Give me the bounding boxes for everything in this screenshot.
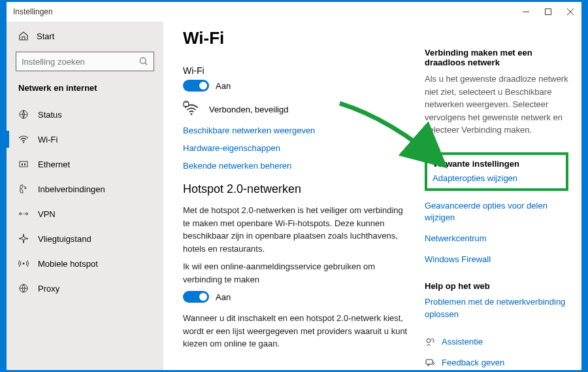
sidebar-item-status[interactable]: Status [7,102,163,127]
vpn-icon [18,209,29,219]
nav-list: Status Wi-Fi Ethernet Inbelverbindingen … [7,102,163,301]
feedback-row[interactable]: Feedback geven [425,357,568,369]
hotspot-description: Met de hotspot 2.0-netwerken is het veil… [183,204,412,255]
link-adapter-options[interactable]: Adapteropties wijzigen [433,173,561,184]
link-firewall[interactable]: Windows Firewall [425,254,568,265]
assist-label: Assistentie [442,336,483,348]
hotspot-heading: Hotspot 2.0-netwerken [183,182,412,196]
main-panel: Wi-Fi Wi-Fi Aan Verbonden, beveiligd Bes… [163,22,581,370]
sidebar-item-label: Vliegtuigstand [38,234,91,244]
wifi-connection-row: Verbonden, beveiligd [183,101,412,118]
assist-row[interactable]: Assistentie [425,336,568,348]
hotspot-toggle[interactable] [183,291,209,303]
sidebar-item-ethernet[interactable]: Ethernet [7,152,163,177]
svg-point-8 [23,142,24,143]
hotspot-toggle-state: Aan [216,292,231,302]
aside-panel: Verbinding maken met een draadloos netwe… [425,28,568,370]
sidebar-item-vpn[interactable]: VPN [7,201,163,226]
wifi-connection-status: Verbonden, beveiligd [209,105,288,114]
aside-help-title: Help op het web [425,281,568,291]
close-button[interactable] [566,7,575,16]
search-input[interactable] [22,57,139,67]
search-icon [139,57,148,66]
wifi-section-label: Wi-Fi [183,65,412,76]
link-sharing-options[interactable]: Geavanceerde opties voor delen wijzigen [425,200,568,224]
dialup-icon [18,184,29,194]
maximize-button[interactable] [544,7,553,16]
sidebar-item-label: Wi-Fi [38,135,57,144]
hotspot-icon [18,258,29,269]
highlight-box: Verwante instellingen Adapteropties wijz… [425,152,568,191]
svg-point-4 [140,58,146,63]
wifi-lock-icon [183,101,200,118]
svg-rect-1 [546,9,551,15]
svg-rect-19 [184,102,189,107]
svg-point-18 [191,113,193,115]
sidebar-item-hotspot[interactable]: Mobiele hotspot [7,251,163,276]
assist-icon [425,337,435,347]
hotspot-optin-text: Ik wil een online-aanmeldingsservice geb… [183,260,412,286]
hotspot-note: Wanneer u dit inschakelt en een hotspot … [183,312,412,350]
sidebar-home[interactable]: Start [7,24,163,48]
feedback-icon [425,358,435,368]
titlebar-title: Instellingen [13,7,521,16]
link-network-center[interactable]: Netwerkcentrum [425,233,568,245]
search-box[interactable] [16,52,154,71]
titlebar: Instellingen [7,2,581,22]
svg-rect-9 [20,161,27,167]
ethernet-icon [18,159,29,169]
svg-point-13 [26,213,28,215]
link-hardware[interactable]: Hardware-eigenschappen [183,143,412,153]
airplane-icon [18,233,29,244]
sidebar-item-proxy[interactable]: Proxy [7,276,163,301]
proxy-icon [18,283,29,294]
wifi-toggle[interactable] [183,80,209,92]
aside-connect-title: Verbinding maken met een draadloos netwe… [425,48,568,67]
sidebar: Start Netwerk en internet Status Wi-Fi E [7,22,163,370]
svg-rect-21 [426,360,433,364]
aside-related-title: Verwante instellingen [433,159,561,169]
nav-header: Netwerk en internet [7,78,163,102]
aside-connect-desc: Als u het gewenste draadloze netwerk nie… [425,73,568,137]
sidebar-item-label: Status [38,110,62,120]
sidebar-home-label: Start [37,31,54,41]
link-known-networks[interactable]: Bekende netwerken beheren [183,161,412,171]
settings-window: Instellingen Start Netwerk en internet S… [7,2,581,370]
wifi-toggle-state: Aan [216,81,231,91]
sidebar-item-dialup[interactable]: Inbelverbindingen [7,177,163,201]
home-icon [18,31,29,41]
feedback-label: Feedback geven [442,357,504,369]
svg-rect-10 [22,163,23,165]
wifi-icon [18,134,29,144]
main-column: Wi-Fi Wi-Fi Aan Verbonden, beveiligd Bes… [183,28,425,370]
svg-point-12 [20,213,22,215]
svg-point-15 [23,263,25,265]
link-show-available[interactable]: Beschikbare netwerken weergeven [183,126,412,135]
sidebar-item-airplane[interactable]: Vliegtuigstand [7,226,163,251]
sidebar-item-label: Inbelverbindingen [38,184,105,194]
svg-line-5 [145,63,147,65]
status-icon [18,109,29,120]
sidebar-item-label: Ethernet [38,160,70,169]
svg-rect-11 [24,163,25,165]
minimize-button[interactable] [521,7,531,16]
sidebar-item-label: Proxy [38,284,59,294]
page-title: Wi-Fi [183,28,412,48]
sidebar-item-wifi[interactable]: Wi-Fi [7,127,163,152]
svg-point-20 [427,339,431,343]
content-area: Start Netwerk en internet Status Wi-Fi E [7,22,581,370]
sidebar-item-label: Mobiele hotspot [38,259,98,269]
sidebar-item-label: VPN [38,209,56,219]
link-troubleshoot[interactable]: Problemen met de netwerkverbinding oplos… [425,296,568,320]
